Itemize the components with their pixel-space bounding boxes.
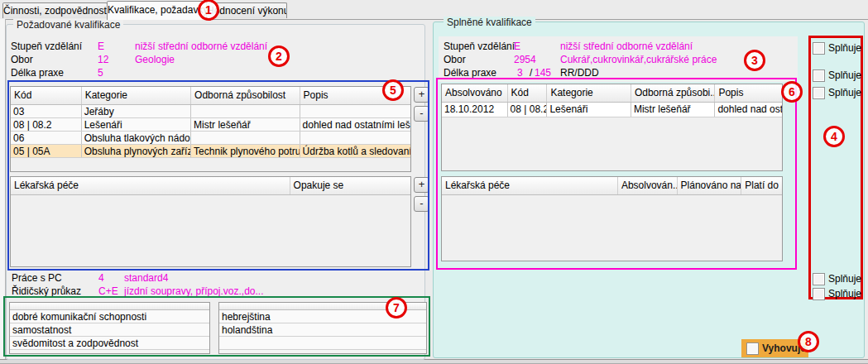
left-splitter[interactable]: [0, 19, 6, 359]
cell-kod: 05 | 05A: [11, 145, 82, 157]
driving-license-value: jízdní soupravy, přípoj.voz.,do...: [124, 285, 264, 298]
column-header-popis[interactable]: Popis: [715, 84, 782, 102]
table-row[interactable]: 08 | 08.2 Lešenáři Mistr lešeňář dohled …: [11, 118, 410, 132]
skill-cell: dobré komunikační schopnosti: [10, 310, 209, 323]
pc-skills-code: 4: [98, 272, 104, 285]
cell-kategorie: Obsluha plynových zařízení: [82, 145, 191, 157]
column-header-lekarska-pece[interactable]: Lékařská péče: [442, 177, 618, 194]
required-medical-care-table: Lékařská péče Opakuje se: [10, 176, 411, 267]
language-cell: holandština: [219, 323, 426, 336]
cell-popis: Údržba kotlů a sledovaní...: [300, 145, 410, 157]
cell-odborna: [191, 105, 300, 117]
table-row-selected[interactable]: 05 | 05A Obsluha plynových zařízení Tech…: [11, 145, 410, 158]
table-row[interactable]: 06 Obsluha tlakových nádob: [11, 132, 410, 145]
soft-skills-header: [10, 303, 209, 310]
splnuje-label: Splňuje: [828, 288, 861, 300]
cell-kod: 08 | 08.2: [11, 118, 82, 131]
required-qualifications-table: Kód Kategorie Odborná způsobilost Popis …: [10, 86, 411, 172]
required-qualifications-panel: Požadované kvalifikace Stupeň vzdělání E…: [6, 24, 425, 360]
completed-qualifications-header: Absolvováno Kód Kategorie Odborná způsob…: [442, 84, 782, 103]
list-item[interactable]: svědomitost a zodpovědnost: [10, 337, 209, 350]
splnuje-label: Splňuje: [828, 87, 861, 99]
practice-length-max: 145: [535, 67, 551, 79]
column-header-kategorie[interactable]: Kategorie: [82, 87, 191, 104]
practice-length-unit: RR/DDD: [560, 67, 599, 79]
language-cell: [219, 337, 426, 349]
education-level-value: nižší střední odborné vzdělání: [135, 41, 267, 53]
fulfilled-qualifications-title: Splněné kvalifikace: [444, 17, 535, 28]
list-item[interactable]: samostatnost: [10, 323, 209, 337]
column-header-odborna-zpusobilost[interactable]: Odborná způsobilost: [191, 87, 300, 104]
cell-odborna: Technik plynového potru...: [191, 145, 300, 157]
tab-kvalifikace-pozadavky[interactable]: Kvalifikace, požadavky: [107, 1, 207, 20]
column-header-planovano-na[interactable]: Plánováno na: [678, 177, 742, 194]
column-header-odborna-zpusobilost[interactable]: Odborná způsobi...: [631, 84, 716, 102]
splnuje-checkbox[interactable]: [813, 87, 825, 99]
list-item[interactable]: holandština: [219, 323, 426, 337]
annotation-circle-1: 1: [198, 0, 219, 21]
column-header-plati-do[interactable]: Platí do: [741, 177, 782, 194]
cell-absolvovano: 18.10.2012: [442, 103, 508, 117]
table-row[interactable]: 18.10.2012 08 | 08.2 Lešenáři Mistr leše…: [442, 103, 782, 117]
splnuje-label: Splňuje: [828, 42, 861, 55]
field-of-study-row: Obor 12 Geologie: [11, 54, 416, 66]
cell-kod: 06: [11, 132, 82, 144]
remove-medical-button[interactable]: -: [414, 196, 429, 212]
cell-odborna: [191, 132, 300, 144]
vyhovuje-checkbox[interactable]: [746, 342, 759, 355]
completed-medical-care-header: Lékařská péče Absolvován... Plánováno na…: [442, 177, 782, 195]
cell-kod: 03: [11, 105, 82, 117]
practice-length-label: Délka praxe: [11, 67, 64, 79]
annotation-circle-3: 3: [744, 50, 765, 71]
skill-cell: svědomitost a zodpovědnost: [10, 337, 209, 349]
practice-length-label: Délka praxe: [444, 67, 496, 79]
cell-popis: [300, 105, 410, 117]
skill-cell: samostatnost: [10, 323, 209, 336]
practice-length-row: Délka praxe 5: [11, 67, 416, 79]
list-item[interactable]: dobré komunikační schopnosti: [10, 310, 209, 323]
completed-medical-care-table: Lékařská péče Absolvován... Plánováno na…: [441, 176, 783, 261]
tab-cinnosti-zodpovednosti[interactable]: Činnosti, zodpovědnosti: [2, 2, 108, 18]
column-header-kod[interactable]: Kód: [11, 87, 82, 104]
splnuje-label: Splňuje: [828, 69, 861, 82]
table-row[interactable]: 03 Jeřáby: [11, 105, 410, 118]
splnuje-checkbox[interactable]: [813, 273, 825, 285]
cell-kategorie: Obsluha tlakových nádob: [82, 132, 191, 144]
cell-popis: [300, 132, 410, 144]
practice-length-value: 5: [98, 67, 103, 79]
completed-qualifications-table: Absolvováno Kód Kategorie Odborná způsob…: [441, 84, 783, 171]
splnuje-label: Splňuje: [828, 273, 861, 285]
required-qualifications-title: Požadované kvalifikace: [13, 19, 123, 31]
fulfilled-qualifications-panel: Splněné kvalifikace Stupeň vzdělání E ni…: [433, 22, 865, 358]
splnuje-checkbox[interactable]: [813, 69, 825, 82]
field-of-study-code: 2954: [514, 54, 536, 66]
column-header-kategorie[interactable]: Kategorie: [547, 84, 631, 102]
column-header-absolvovan[interactable]: Absolvován...: [618, 177, 678, 194]
cell-odborna: Mistr lešeňář: [191, 118, 300, 131]
column-header-opakuje-se[interactable]: Opakuje se: [290, 177, 410, 194]
cell-popis: dohled nad ostatn...: [715, 103, 782, 117]
add-medical-button[interactable]: +: [414, 177, 429, 193]
cell-kategorie: Jeřáby: [82, 105, 191, 117]
remove-qualification-button[interactable]: -: [414, 106, 429, 122]
pc-skills-label: Práce s PC: [12, 272, 62, 285]
required-medical-care-header: Lékařská péče Opakuje se: [11, 177, 410, 195]
column-header-lekarska-pece[interactable]: Lékařská péče: [11, 177, 290, 194]
add-qualification-button[interactable]: +: [414, 87, 429, 103]
annotation-circle-6: 6: [781, 81, 803, 103]
driving-license-row: Řidičský průkaz C+E jízdní soupravy, pří…: [12, 285, 417, 298]
education-level-row: Stupeň vzdělání E nižší střední odborné …: [11, 41, 416, 53]
driving-license-label: Řidičský průkaz: [12, 285, 81, 298]
splnuje-checkbox[interactable]: [813, 288, 825, 300]
column-header-kod[interactable]: Kód: [508, 84, 548, 102]
cell-kategorie: Lešenáři: [547, 103, 631, 117]
driving-license-code: C+E: [98, 285, 118, 298]
column-header-absolvovano[interactable]: Absolvováno: [442, 84, 508, 102]
education-level-label: Stupeň vzdělání: [11, 41, 82, 53]
list-item[interactable]: [219, 337, 426, 350]
practice-length-slash: /: [530, 67, 532, 79]
field-of-study-value: Geologie: [135, 54, 175, 66]
soft-skills-table: dobré komunikační schopnosti samostatnos…: [9, 302, 210, 354]
splnuje-checkbox[interactable]: [813, 42, 825, 55]
annotation-circle-4: 4: [823, 126, 845, 147]
